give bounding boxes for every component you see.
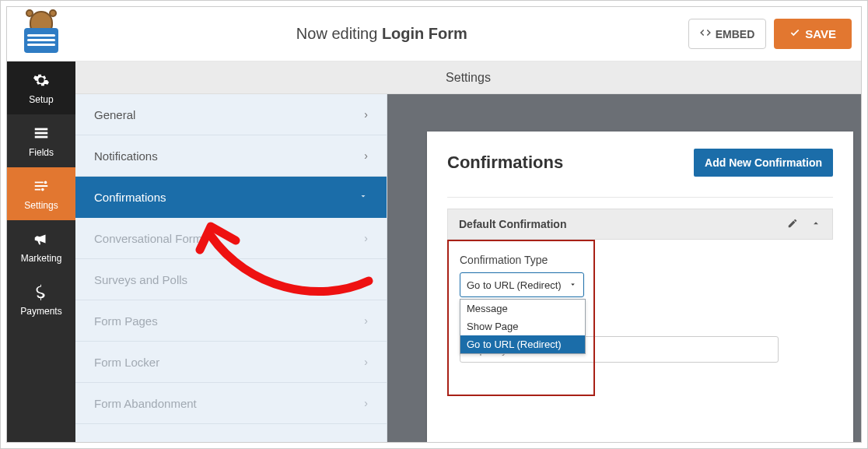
nav-label: Marketing — [21, 253, 62, 264]
chevron-right-icon: › — [364, 314, 368, 327]
dropdown-option[interactable]: Go to URL (Redirect) — [460, 335, 585, 353]
main-canvas: Confirmations Add New Confirmation Defau… — [387, 94, 861, 442]
menu-label: Conversational Forms — [94, 232, 208, 245]
nav-setup[interactable]: Setup — [7, 61, 75, 114]
form-name: Login Form — [382, 25, 467, 42]
svg-rect-2 — [35, 135, 48, 138]
menu-label: Surveys and Polls — [94, 273, 187, 286]
nav-marketing[interactable]: Marketing — [7, 220, 75, 273]
check-icon — [789, 27, 800, 40]
save-label: SAVE — [805, 27, 836, 40]
svg-rect-0 — [35, 128, 48, 130]
chevron-down-icon — [569, 279, 577, 291]
dollar-icon — [33, 283, 50, 303]
embed-button[interactable]: EMBED — [688, 19, 767, 49]
editing-title: Now editing Login Form — [75, 25, 688, 43]
code-icon — [700, 27, 711, 40]
svg-point-4 — [41, 188, 44, 191]
dropdown-option[interactable]: Show Page — [460, 317, 585, 335]
confirmation-type-label: Confirmation Type — [460, 254, 821, 266]
menu-label: Form Abandonment — [94, 397, 197, 410]
chevron-down-icon — [359, 191, 368, 203]
menu-label: Form Locker — [94, 356, 159, 369]
panel-title: Settings — [75, 61, 861, 94]
nav-label: Setup — [29, 94, 53, 105]
app-logo — [7, 7, 75, 61]
menu-conversational[interactable]: Conversational Forms › — [75, 218, 387, 259]
menu-label: Form Pages — [94, 314, 158, 328]
menu-form-pages[interactable]: Form Pages › — [75, 300, 387, 342]
primary-nav: Setup Fields Settings — [7, 61, 75, 442]
menu-form-locker[interactable]: Form Locker › — [75, 342, 387, 383]
menu-general[interactable]: General › — [75, 94, 387, 135]
nav-fields[interactable]: Fields — [7, 114, 75, 167]
now-editing-label: Now editing — [296, 25, 378, 42]
nav-label: Settings — [24, 200, 58, 211]
menu-label: General — [94, 108, 135, 121]
nav-label: Payments — [20, 306, 61, 317]
chevron-up-icon[interactable] — [810, 218, 821, 231]
gear-icon — [33, 72, 50, 91]
svg-point-3 — [44, 181, 47, 184]
nav-label: Fields — [29, 147, 54, 158]
confirmation-type-dropdown: Message Show Page Go to URL (Redirect) — [460, 299, 586, 354]
panel-title-text: Settings — [446, 71, 491, 85]
chevron-right-icon: › — [364, 232, 368, 244]
accordion-header[interactable]: Default Confirmation — [447, 209, 833, 240]
add-confirmation-button[interactable]: Add New Confirmation — [694, 149, 833, 177]
menu-notifications[interactable]: Notifications › — [75, 135, 387, 177]
menu-label: Notifications — [94, 149, 158, 163]
svg-rect-1 — [35, 132, 48, 134]
confirmation-type-select[interactable]: Go to URL (Redirect) Message Show Page G… — [460, 272, 584, 297]
menu-confirmations[interactable]: Confirmations — [75, 177, 387, 218]
pencil-icon[interactable] — [787, 218, 798, 231]
embed-label: EMBED — [716, 28, 755, 40]
card-heading: Confirmations — [447, 153, 563, 173]
chevron-right-icon: › — [364, 108, 368, 121]
top-bar: Now editing Login Form EMBED SAVE — [7, 7, 861, 61]
save-button[interactable]: SAVE — [774, 19, 852, 49]
accordion-title: Default Confirmation — [459, 218, 566, 230]
settings-menu: General › Notifications › Confirmations — [75, 94, 387, 442]
nav-payments[interactable]: Payments — [7, 273, 75, 326]
confirmations-card: Confirmations Add New Confirmation Defau… — [427, 132, 853, 442]
chevron-right-icon: › — [364, 149, 368, 162]
bullhorn-icon — [33, 230, 50, 250]
chevron-right-icon: › — [364, 273, 368, 286]
chevron-right-icon: › — [364, 356, 368, 368]
menu-surveys[interactable]: Surveys and Polls › — [75, 259, 387, 300]
sliders-icon — [33, 177, 50, 197]
divider — [447, 197, 833, 198]
nav-settings[interactable]: Settings — [7, 167, 75, 220]
select-value: Go to URL (Redirect) — [467, 279, 562, 291]
menu-label: Confirmations — [94, 191, 166, 204]
menu-form-abandonment[interactable]: Form Abandonment › — [75, 383, 387, 424]
confirmation-accordion: Default Confirmation — [447, 209, 833, 411]
dropdown-option[interactable]: Message — [460, 300, 585, 317]
list-icon — [33, 125, 50, 144]
chevron-right-icon: › — [364, 397, 368, 409]
accordion-body: Confirmation Type Go to URL (Redirect) M… — [447, 240, 833, 411]
